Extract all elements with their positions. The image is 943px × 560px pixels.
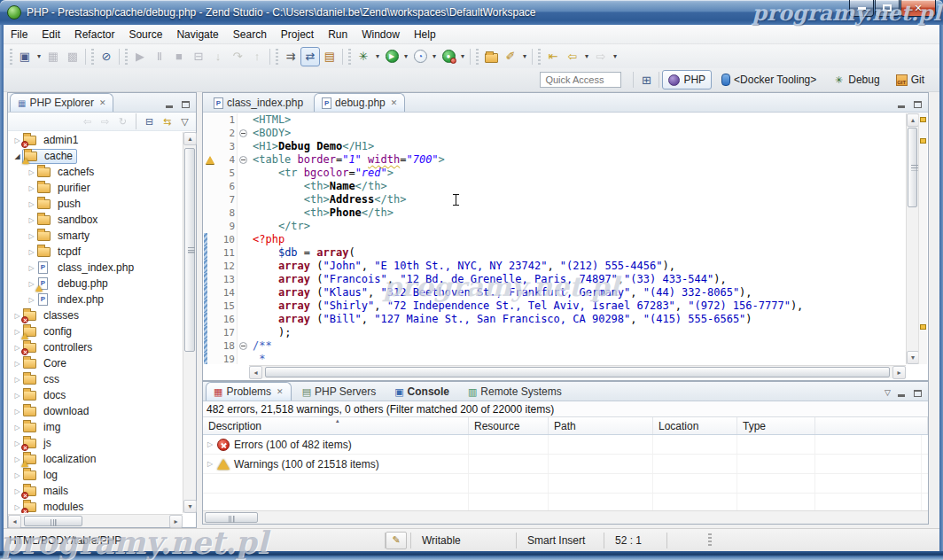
line-number[interactable]: 18 <box>215 339 237 353</box>
folding-ruler[interactable] <box>237 246 249 260</box>
tree-item-purifier[interactable]: ▷purifier <box>9 180 183 196</box>
step-into-button[interactable]: ↓ <box>208 47 228 66</box>
scroll-down-button[interactable]: ▾ <box>183 500 197 513</box>
code-text[interactable]: * <box>249 353 265 364</box>
collapse-all-button[interactable]: ⊟ <box>142 114 157 129</box>
tab-console[interactable]: ▣Console <box>386 382 457 401</box>
quick-access-input[interactable] <box>540 72 621 88</box>
scrollbar-thumb[interactable] <box>184 148 195 352</box>
tree-item-sandbox[interactable]: ▷sandbox <box>9 212 183 228</box>
step-return-button[interactable]: ↑ <box>247 47 267 66</box>
close-tab-icon[interactable]: ✕ <box>277 387 284 396</box>
tree-item-index.php[interactable]: ▷Pindex.php <box>9 292 183 307</box>
code-text[interactable]: array ("Klaus", "312 Beethoven St., Fran… <box>249 286 752 299</box>
annotation-ruler[interactable] <box>204 206 215 220</box>
code-text[interactable]: <th>Name</th> <box>249 180 387 193</box>
code-text[interactable]: array ("Shirly", "72 Independence St., T… <box>249 299 803 313</box>
tab-php-explorer[interactable]: ▦ PHP Explorer ✕ <box>10 93 113 112</box>
line-number[interactable]: 17 <box>215 326 237 339</box>
annotation-ruler[interactable] <box>204 153 215 167</box>
tree-item-class_index.php[interactable]: ▷Pclass_index.php <box>9 260 183 276</box>
tree-item-debug.php[interactable]: ▷Pdebug.php <box>9 276 183 292</box>
collapsed-arrow-icon[interactable]: ▷ <box>27 184 36 192</box>
line-number[interactable]: 12 <box>215 260 237 273</box>
line-number[interactable]: 16 <box>215 313 237 326</box>
collapsed-arrow-icon[interactable]: ▷ <box>12 471 22 479</box>
line-number[interactable]: 1 <box>215 113 237 127</box>
php-manual-button[interactable]: ▤ <box>320 47 339 66</box>
tree-item-cache[interactable]: ◢cache <box>9 148 183 164</box>
code-text[interactable]: </tr> <box>249 220 310 233</box>
tab-php-servers[interactable]: ▤PHP Servers <box>294 382 385 401</box>
menu-file[interactable]: File <box>4 26 35 43</box>
folding-ruler[interactable] <box>237 273 249 286</box>
annotation-ruler[interactable] <box>204 286 215 299</box>
run-button[interactable]: ▶ <box>382 47 401 66</box>
collapsed-arrow-icon[interactable]: ▷ <box>203 440 217 448</box>
overview-ruler[interactable] <box>918 113 927 364</box>
folding-ruler[interactable] <box>237 140 249 153</box>
back-button[interactable]: ⇦ <box>80 114 95 129</box>
maximize-window-button[interactable] <box>875 0 900 17</box>
perspective-dockertooling[interactable]: <Docker Tooling> <box>715 70 822 89</box>
collapsed-arrow-icon[interactable]: ▷ <box>27 232 36 240</box>
problems-group-row[interactable]: ▷Warnings (100 of 21518 items) <box>203 455 928 474</box>
folding-ruler[interactable] <box>237 299 249 313</box>
forward-button-dropdown[interactable]: ▾ <box>611 47 620 66</box>
tree-item-Core[interactable]: ▷Core <box>9 355 183 371</box>
tab-problems[interactable]: ▦Problems✕ <box>206 382 292 401</box>
save-all-button[interactable]: ▩ <box>63 47 82 66</box>
menu-help[interactable]: Help <box>407 26 443 43</box>
collapsed-arrow-icon[interactable]: ▷ <box>27 216 36 224</box>
scroll-right-button[interactable]: ▸ <box>169 515 183 528</box>
code-text[interactable]: <table border="1" width="700"> <box>249 153 445 167</box>
problems-group-row[interactable]: ▷Errors (100 of 482 items) <box>203 435 928 455</box>
line-number[interactable]: 2 <box>215 127 237 140</box>
menu-project[interactable]: Project <box>274 26 321 43</box>
code-text[interactable]: $db = array( <box>249 246 355 260</box>
column-header-resource[interactable]: Resource <box>469 417 549 434</box>
view-menu-icon[interactable]: ▽ <box>885 388 891 397</box>
collapsed-arrow-icon[interactable]: ▷ <box>12 424 22 432</box>
column-header-description[interactable]: Description▴ <box>203 417 469 434</box>
maximize-view-button[interactable] <box>912 388 923 397</box>
code-text[interactable]: <th>Phone</th> <box>249 206 394 220</box>
view-menu-button[interactable]: ▽ <box>177 114 192 129</box>
expanded-arrow-icon[interactable]: ◢ <box>12 152 22 160</box>
code-text[interactable]: <?php <box>249 233 284 246</box>
folding-ruler[interactable] <box>237 206 249 220</box>
code-text[interactable]: <tr bgcolor="red"> <box>249 167 394 180</box>
collapse-fold-icon[interactable] <box>239 156 247 164</box>
save-button[interactable]: ▦ <box>43 47 63 66</box>
editor-tab-class_index.php[interactable]: Pclass_index.php <box>206 93 311 112</box>
statusbar-grip[interactable] <box>708 533 712 548</box>
forward-button[interactable]: ⇨ <box>591 47 611 66</box>
tree-item-config[interactable]: ▷config <box>9 323 183 339</box>
code-text[interactable]: <BODY> <box>249 127 291 140</box>
tree-item-download[interactable]: ▷download <box>9 403 183 419</box>
annotation-ruler[interactable] <box>204 273 215 286</box>
scrollbar-thumb[interactable] <box>908 128 917 207</box>
tree-item-smarty[interactable]: ▷smarty <box>9 228 183 244</box>
editor-vscrollbar[interactable]: ▴ ▾ <box>906 113 918 364</box>
folding-ruler[interactable] <box>237 167 249 180</box>
annotation-ruler[interactable] <box>204 193 215 206</box>
toolbar-grip[interactable] <box>90 49 95 65</box>
open-php-element-button[interactable] <box>481 47 501 66</box>
folding-ruler[interactable] <box>237 326 249 339</box>
scroll-up-button[interactable]: ▴ <box>907 113 919 127</box>
toolbar-grip[interactable] <box>275 49 279 65</box>
collapsed-arrow-icon[interactable]: ▷ <box>203 460 217 468</box>
editor-tab-debug.php[interactable]: Pdebug.php✕ <box>314 93 405 112</box>
code-text[interactable]: <th>Address</th> <box>249 193 406 206</box>
menu-window[interactable]: Window <box>355 26 407 43</box>
menu-search[interactable]: Search <box>226 26 274 43</box>
folding-ruler[interactable] <box>237 339 249 353</box>
toolbar-grip[interactable] <box>537 49 542 65</box>
folding-ruler[interactable] <box>237 286 249 299</box>
line-number[interactable]: 13 <box>215 273 237 286</box>
folding-ruler[interactable] <box>237 113 249 127</box>
close-tab-icon[interactable]: ✕ <box>391 98 398 107</box>
collapsed-arrow-icon[interactable]: ▷ <box>12 392 22 400</box>
line-number[interactable]: 14 <box>215 286 237 299</box>
